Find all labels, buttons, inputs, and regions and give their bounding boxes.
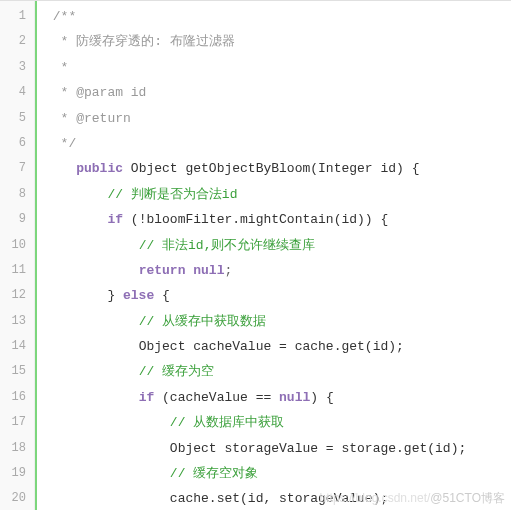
line-number: 2 <box>4 29 26 54</box>
code-editor: 1234567891011121314151617181920 /** * 防缓… <box>0 0 511 510</box>
code-line[interactable]: Object storageValue = storage.get(id); <box>45 436 511 461</box>
code-line[interactable]: if (cacheValue == null) { <box>45 385 511 410</box>
code-line[interactable]: * 防缓存穿透的: 布隆过滤器 <box>45 29 511 54</box>
code-line[interactable]: // 从缓存中获取数据 <box>45 309 511 334</box>
line-number: 4 <box>4 80 26 105</box>
code-token: Object storageValue = storage.get(id); <box>170 441 466 456</box>
code-line[interactable]: * @return <box>45 106 511 131</box>
code-token: // 判断是否为合法id <box>107 187 237 202</box>
code-line[interactable]: * <box>45 55 511 80</box>
line-number: 11 <box>4 258 26 283</box>
line-number: 15 <box>4 359 26 384</box>
code-line[interactable]: return null; <box>45 258 511 283</box>
line-number: 9 <box>4 207 26 232</box>
line-number: 10 <box>4 233 26 258</box>
code-token: // 非法id,则不允许继续查库 <box>139 238 316 253</box>
line-number: 13 <box>4 309 26 334</box>
line-number: 3 <box>4 55 26 80</box>
line-number: 17 <box>4 410 26 435</box>
code-token: // 从缓存中获取数据 <box>139 314 266 329</box>
code-line[interactable]: * @param id <box>45 80 511 105</box>
code-token: // 缓存为空 <box>139 364 214 379</box>
code-line[interactable]: } else { <box>45 283 511 308</box>
code-token: // 缓存空对象 <box>170 466 258 481</box>
code-line[interactable]: Object cacheValue = cache.get(id); <box>45 334 511 359</box>
code-line[interactable]: // 缓存为空 <box>45 359 511 384</box>
line-number: 12 <box>4 283 26 308</box>
line-number: 7 <box>4 156 26 181</box>
code-token: * <box>61 60 69 75</box>
code-token: * @return <box>61 111 131 126</box>
line-number: 14 <box>4 334 26 359</box>
code-area[interactable]: /** * 防缓存穿透的: 布隆过滤器 * * @param id * @ret… <box>35 1 511 510</box>
code-line[interactable]: // 判断是否为合法id <box>45 182 511 207</box>
code-line[interactable]: // 从数据库中获取 <box>45 410 511 435</box>
code-token: Object cacheValue = cache.get(id); <box>139 339 404 354</box>
line-number: 5 <box>4 106 26 131</box>
code-line[interactable]: if (!bloomFilter.mightContain(id)) { <box>45 207 511 232</box>
code-line[interactable]: /** <box>45 4 511 29</box>
line-number: 19 <box>4 461 26 486</box>
code-line[interactable]: // 非法id,则不允许继续查库 <box>45 233 511 258</box>
code-line[interactable]: */ <box>45 131 511 156</box>
line-number: 1 <box>4 4 26 29</box>
code-token: */ <box>61 136 77 151</box>
code-token: * 防缓存穿透的: 布隆过滤器 <box>61 34 235 49</box>
line-number-gutter: 1234567891011121314151617181920 <box>0 1 35 510</box>
code-token: // 从数据库中获取 <box>170 415 284 430</box>
code-token: * @param id <box>61 85 147 100</box>
code-line[interactable]: public Object getObjectByBloom(Integer i… <box>45 156 511 181</box>
line-number: 16 <box>4 385 26 410</box>
code-token: /** <box>53 9 76 24</box>
line-number: 8 <box>4 182 26 207</box>
line-number: 18 <box>4 436 26 461</box>
line-number: 6 <box>4 131 26 156</box>
line-number: 20 <box>4 486 26 510</box>
code-line[interactable]: cache.set(id, storageValue); <box>45 486 511 510</box>
code-line[interactable]: // 缓存空对象 <box>45 461 511 486</box>
code-token: cache.set(id, storageValue); <box>170 491 388 506</box>
